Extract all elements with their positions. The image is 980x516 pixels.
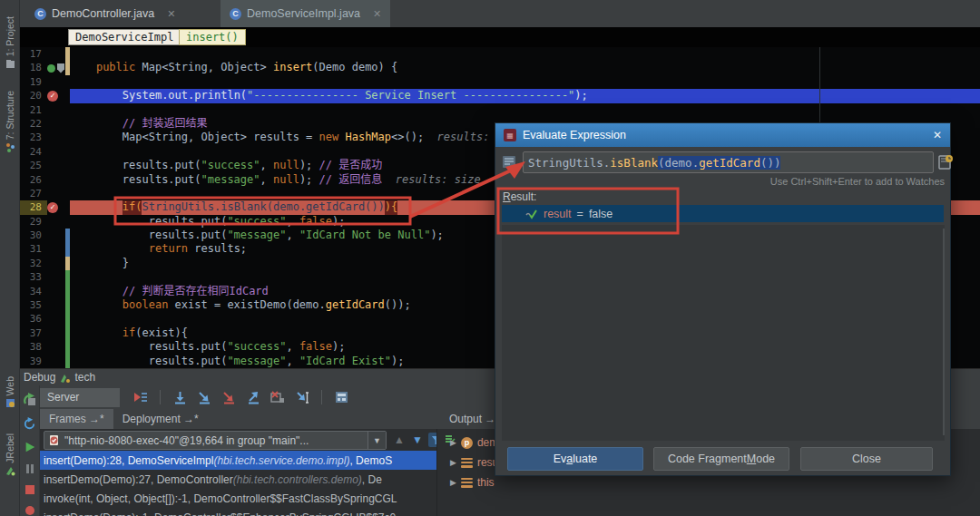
dialog-icon: ▦	[504, 129, 516, 141]
step-into-icon[interactable]	[196, 389, 212, 405]
close-icon[interactable]: ✕	[933, 129, 942, 141]
expand-arrow-icon[interactable]: ▶	[450, 478, 456, 487]
show-execution-point-icon[interactable]	[132, 389, 149, 405]
gutter[interactable]	[47, 355, 65, 368]
frames-pane: "http-nio-8080-exec-40"@19,664 in group …	[40, 429, 456, 516]
tool-window-button-jrebel[interactable]: JRebel	[0, 433, 20, 476]
method-entry-icon[interactable]	[47, 64, 55, 73]
rerun-icon[interactable]	[23, 393, 37, 407]
step-out-icon[interactable]	[245, 389, 261, 405]
editor-line-20: 20✓ System.out.println("----------------…	[20, 89, 980, 102]
editor-line-18: 18 public Map<String, Object> insert(Dem…	[20, 61, 980, 74]
evaluate-expression-dialog: ▦ Evaluate Expression ✕ StringUtils.isBl…	[495, 122, 951, 476]
tab-demoserviceimpl[interactable]: C DemoServiceImpl.java ✕	[220, 0, 390, 27]
class-icon: C	[230, 8, 241, 20]
gutter[interactable]	[47, 103, 65, 117]
gutter[interactable]	[47, 312, 65, 326]
execution-frame-tag-icon	[57, 63, 64, 73]
expression-input[interactable]: StringUtils.isBlank(demo.getIdCard())	[523, 151, 934, 173]
pause-icon[interactable]	[24, 463, 35, 474]
result-tree-area	[502, 225, 945, 441]
server-session-tab[interactable]: Server	[40, 388, 120, 407]
gutter[interactable]	[47, 242, 65, 256]
resume-icon[interactable]	[24, 441, 36, 453]
gutter[interactable]	[47, 270, 65, 284]
line-number: 22	[20, 117, 47, 131]
close-button[interactable]: Close	[800, 447, 933, 471]
close-icon[interactable]: ✕	[167, 8, 175, 20]
gutter[interactable]: ✓	[47, 89, 65, 102]
run-to-cursor-icon[interactable]	[294, 389, 310, 405]
debug-control-column	[20, 385, 40, 516]
gutter[interactable]	[47, 145, 65, 159]
thread-selector[interactable]: "http-nio-8080-exec-40"@19,664 in group …	[44, 431, 387, 450]
gutter[interactable]	[47, 298, 65, 312]
scrollbar[interactable]	[943, 229, 945, 435]
line-number: 27	[20, 187, 47, 200]
tab-frames[interactable]: Frames →*	[40, 409, 113, 429]
line-number: 20	[20, 89, 47, 102]
gutter[interactable]	[47, 117, 65, 131]
tab-label: DemoServiceImpl.java	[247, 7, 360, 20]
gutter[interactable]	[47, 173, 65, 187]
tool-window-label: 1: Project	[5, 16, 15, 56]
result-row[interactable]: result = false	[502, 205, 944, 222]
gutter[interactable]	[47, 187, 65, 200]
tool-window-label: Web	[5, 376, 15, 395]
tool-window-button-web[interactable]: Web	[0, 376, 20, 408]
gutter[interactable]	[47, 131, 65, 144]
line-number: 18	[20, 61, 47, 74]
tool-window-button-project[interactable]: 1: Project	[0, 16, 20, 69]
view-breakpoints-icon[interactable]	[24, 505, 35, 516]
gutter[interactable]	[47, 229, 65, 242]
close-icon[interactable]: ✕	[373, 8, 381, 20]
dialog-title-bar[interactable]: ▦ Evaluate Expression ✕	[495, 123, 950, 147]
breakpoint-icon[interactable]: ✓	[47, 202, 58, 213]
next-frame-icon[interactable]: ▼	[410, 433, 425, 447]
tab-deployment[interactable]: Deployment →*	[113, 409, 208, 429]
stack-frame-list: insert(Demo):28, DemoServiceImpl (hbi.te…	[40, 451, 456, 516]
history-icon[interactable]	[937, 153, 954, 171]
code-fragment-mode-button[interactable]: Code Fragment Mode	[653, 447, 789, 471]
gutter[interactable]	[47, 285, 65, 298]
dropdown-arrow-icon[interactable]: ▼	[368, 432, 386, 449]
gutter[interactable]: ✓	[47, 200, 65, 214]
breadcrumb-method-chip[interactable]: insert()	[179, 29, 246, 45]
line-number: 30	[20, 229, 47, 242]
gutter[interactable]	[47, 61, 65, 74]
gutter[interactable]	[47, 215, 65, 229]
prev-frame-icon[interactable]: ▲	[392, 433, 407, 447]
variable-row[interactable]: ▶this	[450, 473, 495, 492]
drop-frame-icon[interactable]	[270, 389, 286, 405]
refresh-icon[interactable]	[23, 417, 36, 431]
debug-tab-label[interactable]: Debug	[24, 371, 55, 384]
step-over-icon[interactable]	[172, 389, 188, 405]
ide-window: 1: Project7: StructureWebJRebel C DemoCo…	[0, 0, 980, 516]
gutter[interactable]	[47, 326, 65, 340]
gutter[interactable]	[47, 159, 65, 172]
stack-frame-row[interactable]: insertDemo(Demo):27, DemoController (hbi…	[40, 470, 456, 489]
force-step-into-icon[interactable]	[220, 389, 237, 405]
result-value: false	[589, 208, 612, 220]
gutter[interactable]	[47, 257, 65, 270]
evaluate-button[interactable]: Evaluate	[507, 447, 643, 471]
line-number: 23	[20, 131, 47, 144]
stop-icon[interactable]	[24, 484, 35, 495]
stack-frame-row[interactable]: insertDemo(Demo):-1, DemoController$$Enh…	[40, 508, 456, 516]
breakpoint-icon[interactable]: ✓	[47, 91, 58, 102]
stack-frame-row[interactable]: insert(Demo):28, DemoServiceImpl (hbi.te…	[40, 451, 456, 470]
gutter[interactable]	[47, 47, 65, 61]
tab-democontroller[interactable]: C DemoController.java ✕	[25, 0, 184, 27]
stack-frame-row[interactable]: invoke(int, Object, Object[]):-1, DemoCo…	[40, 489, 456, 508]
line-number: 25	[20, 159, 47, 172]
tool-window-button-structure[interactable]: 7: Structure	[0, 91, 20, 152]
evaluate-expression-icon[interactable]	[333, 389, 349, 405]
gutter[interactable]	[47, 340, 65, 354]
expand-arrow-icon[interactable]: ▶	[450, 438, 456, 447]
expand-arrow-icon[interactable]: ▶	[450, 458, 456, 467]
gutter[interactable]	[47, 75, 65, 89]
tool-web-icon	[5, 398, 15, 408]
line-number: 28	[20, 200, 47, 214]
breadcrumb-class-chip[interactable]: DemoServiceImpl	[68, 29, 181, 45]
line-number: 38	[20, 340, 47, 354]
